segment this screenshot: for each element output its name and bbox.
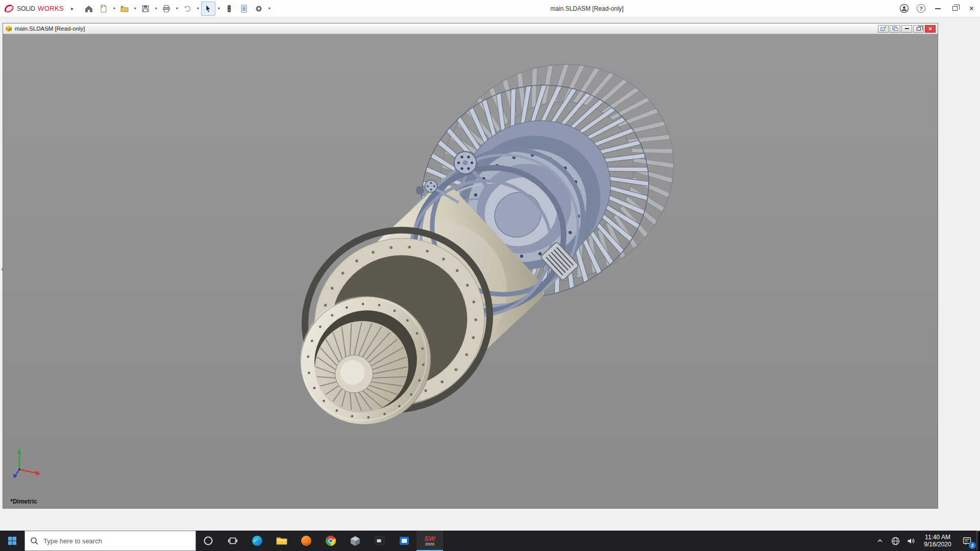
tray-expand-button[interactable]: [872, 531, 888, 551]
undo-button[interactable]: [180, 2, 194, 16]
app-close-button[interactable]: ×: [963, 0, 980, 17]
print-dropdown[interactable]: ▾: [174, 2, 180, 16]
home-icon: [84, 4, 93, 13]
rebuild-button[interactable]: [222, 2, 236, 16]
action-center-button[interactable]: 2: [957, 531, 976, 551]
chrome-button[interactable]: [318, 531, 343, 551]
undo-icon: [183, 4, 192, 13]
window-arrange-icon: [880, 26, 887, 31]
speaker-icon: [906, 537, 915, 545]
doc-arrange-button-1[interactable]: [878, 25, 889, 33]
solidworks-year-label: 2020: [425, 542, 434, 546]
chevron-up-icon: [876, 537, 884, 544]
firefox-icon: [300, 535, 312, 547]
file-properties-button[interactable]: [237, 2, 251, 16]
notification-badge: 2: [969, 542, 976, 549]
chrome-icon: [325, 535, 337, 547]
media-app-icon: [374, 535, 386, 547]
minimize-icon: [905, 28, 909, 29]
panel-flyout-chevron-icon[interactable]: ‹: [1, 265, 4, 272]
volume-button[interactable]: [903, 531, 918, 551]
menu-expand-button[interactable]: ▸: [68, 6, 77, 11]
document-title: main.SLDASM [Read-only]: [15, 26, 85, 32]
desktop: { "app": { "brand": {"solid": "SOLID", "…: [0, 0, 980, 551]
new-document-dropdown[interactable]: ▾: [111, 2, 117, 16]
doc-arrange-button-2[interactable]: [890, 25, 900, 33]
home-button[interactable]: [82, 2, 96, 16]
restore-icon: [952, 6, 958, 11]
doc-minimize-button[interactable]: [901, 25, 912, 33]
task-view-button[interactable]: [220, 531, 245, 551]
cube-app-icon: [349, 535, 361, 547]
edge-button[interactable]: [245, 531, 270, 551]
document-window: main.SLDASM [Read-only] × *Dimetric: [3, 23, 938, 509]
app-minimize-button[interactable]: [929, 0, 946, 17]
file-explorer-button[interactable]: [270, 531, 294, 551]
system-tray: 11:40 AM 9/16/2020 2: [872, 531, 980, 551]
windows-logo-icon: [8, 536, 17, 545]
account-icon: [899, 4, 909, 13]
solidworks-app-icon: SW: [425, 535, 435, 542]
help-icon: ?: [917, 4, 925, 13]
new-document-button[interactable]: [96, 2, 111, 16]
select-arrow-icon: [204, 4, 213, 13]
solidworks-logo: SOLIDWORKS: [0, 4, 68, 14]
minimize-icon: [935, 8, 941, 9]
network-button[interactable]: [888, 531, 903, 551]
close-icon: ×: [969, 5, 974, 13]
brand-solid: SOLID: [17, 5, 35, 12]
app-window-title: main.SLDASM [Read-only]: [528, 5, 646, 12]
search-icon: [30, 537, 39, 545]
assembly-document-icon: [5, 25, 12, 32]
save-button[interactable]: [138, 2, 153, 16]
solidworks-mark-icon: [4, 4, 14, 14]
account-button[interactable]: [896, 0, 913, 17]
print-button[interactable]: [159, 2, 174, 16]
orientation-triad: [12, 447, 49, 479]
main-toolbar: ▾ ▾ ▾ ▾ ▾ ▾ ▾: [82, 2, 272, 16]
select-tool-dropdown[interactable]: ▾: [216, 2, 222, 16]
file-explorer-icon: [276, 535, 288, 547]
start-button[interactable]: [0, 531, 24, 551]
clock[interactable]: 11:40 AM 9/16/2020: [918, 531, 957, 551]
video-app-icon: [398, 535, 410, 547]
cortana-button[interactable]: [196, 531, 220, 551]
save-icon: [141, 4, 150, 13]
media-app-button[interactable]: [368, 531, 392, 551]
app-restore-button[interactable]: [946, 0, 963, 17]
select-tool-button[interactable]: [201, 2, 215, 16]
options-button[interactable]: [252, 2, 266, 16]
tray-time: 11:40 AM: [925, 534, 950, 541]
open-folder-icon: [120, 4, 129, 13]
network-globe-icon: [891, 537, 900, 545]
taskbar-search[interactable]: [24, 531, 196, 551]
options-dropdown[interactable]: ▾: [266, 2, 272, 16]
app-titlebar: SOLIDWORKS ▸ ▾ ▾ ▾ ▾ ▾ ▾: [0, 0, 980, 17]
rebuild-traffic-icon: [225, 4, 234, 13]
open-dropdown[interactable]: ▾: [132, 2, 138, 16]
show-desktop-button[interactable]: [976, 531, 980, 551]
solidworks-taskbar-button[interactable]: SW 2020: [416, 531, 443, 551]
firefox-button[interactable]: [294, 531, 318, 551]
tray-date: 9/16/2020: [924, 541, 951, 548]
help-button[interactable]: ?: [913, 0, 929, 17]
doc-restore-button[interactable]: [913, 25, 924, 33]
open-button[interactable]: [117, 2, 132, 16]
cube-app-button[interactable]: [343, 531, 368, 551]
gear-icon: [254, 4, 263, 13]
edge-icon: [251, 535, 263, 547]
video-app-button[interactable]: [392, 531, 416, 551]
save-dropdown[interactable]: ▾: [153, 2, 159, 16]
jet-engine-3d-model[interactable]: [3, 34, 938, 508]
undo-dropdown[interactable]: ▾: [195, 2, 201, 16]
restore-icon: [917, 27, 921, 31]
print-icon: [162, 4, 171, 13]
graphics-viewport[interactable]: *Dimetric: [3, 34, 938, 508]
cortana-icon: [203, 536, 213, 546]
taskbar: SW 2020 11:40 AM 9/16/2020 2: [0, 531, 980, 551]
document-titlebar[interactable]: main.SLDASM [Read-only] ×: [3, 23, 938, 34]
app-window-controls: ? ×: [896, 0, 980, 17]
doc-close-button[interactable]: ×: [925, 25, 936, 33]
search-input[interactable]: [43, 537, 190, 545]
file-properties-icon: [239, 4, 249, 13]
